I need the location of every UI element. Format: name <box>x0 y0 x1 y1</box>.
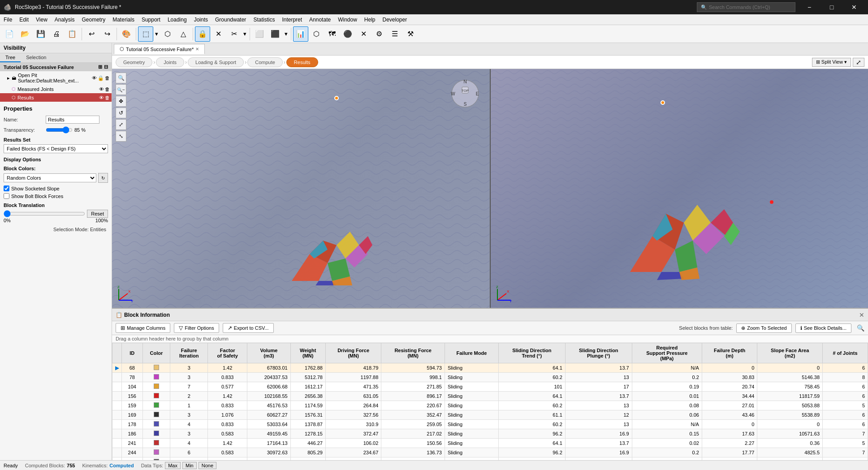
undo-button[interactable]: ↩ <box>84 26 99 42</box>
tree-item-results[interactable]: ▸ ⬡ Results 👁 🗑 <box>0 93 112 102</box>
zoom-out-button[interactable]: 🔍− <box>116 84 126 95</box>
menu-joints[interactable]: Joints <box>190 16 212 24</box>
table-row[interactable]: 169 3 1.076 60627.27 1576.31 327.56 352.… <box>112 410 868 420</box>
table-row[interactable]: 244 6 0.583 30972.63 805.29 234.67 136.7… <box>112 448 868 457</box>
th-fd[interactable]: Failure Depth(m) <box>702 343 757 363</box>
th-id[interactable]: ID <box>122 343 143 363</box>
union-dropdown-button[interactable]: ▾ <box>283 26 289 42</box>
menu-materials[interactable]: Materials <box>109 16 138 24</box>
doc-tab-tutorial[interactable]: ⬡ Tutorial 05 Successive Failure* ✕ <box>114 44 205 54</box>
export-button[interactable]: 📋 <box>65 26 80 42</box>
reset-button[interactable]: Reset <box>87 210 108 218</box>
name-input[interactable] <box>46 116 99 124</box>
tree-collapse-btn[interactable]: ⊟ <box>104 64 108 70</box>
menu-loading[interactable]: Loading <box>164 16 190 24</box>
th-sdt[interactable]: Sliding DirectionTrend (°) <box>498 343 565 363</box>
minimize-button[interactable]: − <box>799 0 820 14</box>
eye-icon[interactable]: 👁 <box>92 75 97 81</box>
results-set-select[interactable]: Failed Blocks (FS < Design FS) <box>4 144 108 153</box>
clip-button[interactable]: ✂ <box>226 26 242 42</box>
menu-developer[interactable]: Developer <box>379 16 411 24</box>
th-volume[interactable]: Volume(m3) <box>247 343 290 363</box>
rotate-button[interactable]: ↺ <box>116 108 126 118</box>
show-bolt-checkbox[interactable] <box>4 193 9 199</box>
th-resisting-force[interactable]: Resisting Force(MN) <box>381 343 445 363</box>
max-button[interactable]: Max <box>165 462 181 469</box>
fit-button[interactable]: ⤢ <box>116 119 126 130</box>
save-button[interactable]: 💾 <box>33 26 48 42</box>
th-factor-safety[interactable]: Factorof Safety <box>208 343 247 363</box>
face-mode-button[interactable]: △ <box>176 26 191 42</box>
transparency-slider[interactable] <box>46 126 73 134</box>
tab-selection[interactable]: Selection <box>21 53 52 62</box>
none-button[interactable]: None <box>199 462 216 469</box>
hide-button[interactable]: ✕ <box>211 26 226 42</box>
close-button[interactable]: ✕ <box>844 0 864 14</box>
see-block-details-button[interactable]: ℹ See Block Details... <box>795 323 851 333</box>
more1-button[interactable]: ☰ <box>387 26 402 42</box>
menu-statistics[interactable]: Statistics <box>250 16 278 24</box>
new-button[interactable]: 📄 <box>2 26 17 42</box>
th-nj[interactable]: # of Joints <box>823 343 868 363</box>
viewport-right[interactable]: X Z Y <box>490 69 868 308</box>
menu-file[interactable]: File <box>0 16 16 24</box>
color-select[interactable]: Random Colors <box>4 173 96 182</box>
manage-columns-button[interactable]: ⊞ Manage Columns <box>116 323 170 333</box>
data-table-container[interactable]: ID Color FailureIteration Factorof Safet… <box>112 343 868 460</box>
eye-icon[interactable]: 👁 <box>99 95 104 100</box>
th-driving-force[interactable]: Driving Force(MN) <box>325 343 381 363</box>
clear-button[interactable]: ✕ <box>356 26 371 42</box>
pan-button[interactable]: ✥ <box>116 96 126 107</box>
show-socketed-checkbox[interactable] <box>4 185 9 191</box>
menu-analysis[interactable]: Analysis <box>51 16 78 24</box>
table-row[interactable]: 186 3 0.583 49159.45 1278.15 372.47 217.… <box>112 429 868 439</box>
menu-edit[interactable]: Edit <box>16 16 32 24</box>
tab-tree[interactable]: Tree <box>0 53 21 62</box>
table-row[interactable]: 104 7 0.577 62006.68 1612.17 471.35 271.… <box>112 382 868 392</box>
entity-mode-button[interactable]: ⬡ <box>160 26 175 42</box>
th-weight[interactable]: Weight(MN) <box>290 343 325 363</box>
select-dropdown-button[interactable]: ▾ <box>154 26 160 42</box>
translation-slider[interactable] <box>4 211 85 217</box>
print-button[interactable]: 🖨 <box>49 26 64 42</box>
table-row[interactable]: 178 4 0.833 53033.64 1378.87 310.9 259.0… <box>112 420 868 429</box>
search-input[interactable] <box>709 4 781 10</box>
menu-window[interactable]: Window <box>334 16 361 24</box>
redo-button[interactable]: ↪ <box>99 26 115 42</box>
menu-annotate[interactable]: Annotate <box>306 16 334 24</box>
slice-button[interactable]: ⬜ <box>252 26 267 42</box>
zoom-selected-button[interactable]: ⊕ Zoom To Selected <box>736 323 791 333</box>
maximize-button[interactable]: □ <box>821 0 842 14</box>
workflow-results[interactable]: Results <box>286 57 318 67</box>
lock-icon[interactable]: 🔒 <box>98 75 104 81</box>
fit2-button[interactable]: ⤡ <box>116 131 126 142</box>
tree-expand-btn[interactable]: ⊞ <box>98 64 102 70</box>
block-display-button[interactable]: ⬡ <box>309 26 324 42</box>
menu-interpret[interactable]: Interpret <box>278 16 306 24</box>
menu-view[interactable]: View <box>32 16 51 24</box>
search-box[interactable]: 🔍 <box>697 2 795 12</box>
split-view-button[interactable]: ⊞ Split View ▾ <box>812 58 851 67</box>
th-failure-mode[interactable]: Failure Mode <box>445 343 498 363</box>
workflow-compute[interactable]: Compute <box>247 57 283 67</box>
workflow-joints[interactable]: Joints <box>156 57 184 67</box>
table-row[interactable]: ▶ 68 3 1.42 67803.01 1762.88 418.79 594.… <box>112 363 868 373</box>
contour-button[interactable]: 🗺 <box>324 26 340 42</box>
export-csv-button[interactable]: ↗ Export to CSV... <box>223 323 274 333</box>
tree-item-joints[interactable]: ▸ ⬡ Measured Joints 👁 🗑 <box>0 85 112 93</box>
settings-button[interactable]: ⚙ <box>371 26 387 42</box>
menu-help[interactable]: Help <box>361 16 379 24</box>
expand-view-button[interactable]: ⤢ <box>853 58 864 67</box>
more2-button[interactable]: ⚒ <box>403 26 418 42</box>
clip-dropdown-button[interactable]: ▾ <box>242 26 248 42</box>
th-sdp[interactable]: Sliding DirectionPlunge (°) <box>565 343 632 363</box>
delete-icon[interactable]: 🗑 <box>105 86 110 92</box>
zoom-in-button[interactable]: 🔍 <box>116 73 126 83</box>
eye-icon[interactable]: 👁 <box>99 86 104 92</box>
table-row[interactable]: 254 6 0.577 55881.74 1452.93 424.79 245 … <box>112 457 868 461</box>
table-search-button[interactable]: 🔍 <box>857 324 864 332</box>
viewport-left[interactable]: 🔍 🔍− ✥ ↺ ⤢ ⤡ N S W E <box>112 69 490 308</box>
menu-geometry[interactable]: Geometry <box>78 16 109 24</box>
workflow-loading[interactable]: Loading & Support <box>188 57 244 67</box>
th-color[interactable]: Color <box>143 343 170 363</box>
